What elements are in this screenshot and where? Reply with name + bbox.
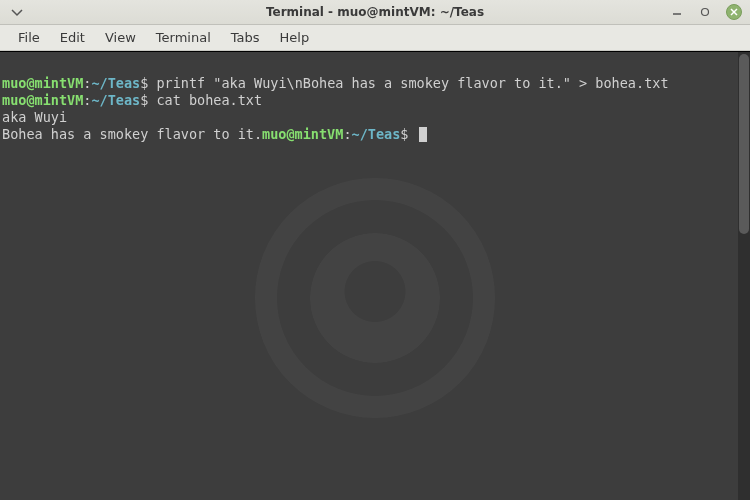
command-text: cat bohea.txt: [156, 92, 262, 108]
close-button[interactable]: [726, 4, 742, 20]
menu-tabs[interactable]: Tabs: [221, 26, 270, 49]
term-line-1: muo@mintVM:~/Teas$ printf "aka Wuyi\nBoh…: [2, 75, 669, 91]
cursor: [419, 127, 427, 142]
prompt-path: ~/Teas: [91, 75, 140, 91]
prompt-symbol: $: [140, 92, 156, 108]
menu-view[interactable]: View: [95, 26, 146, 49]
maximize-button[interactable]: [698, 5, 712, 19]
svg-point-1: [702, 9, 709, 16]
terminal-viewport[interactable]: muo@mintVM:~/Teas$ printf "aka Wuyi\nBoh…: [0, 51, 750, 500]
term-line-4: Bohea has a smokey flavor to it.muo@mint…: [2, 126, 427, 142]
command-text: printf "aka Wuyi\nBohea has a smokey fla…: [156, 75, 668, 91]
titlebar[interactable]: Terminal - muo@mintVM: ~/Teas: [0, 0, 750, 25]
terminal-window: Terminal - muo@mintVM: ~/Teas File Edit …: [0, 0, 750, 500]
prompt-user: muo@mintVM: [2, 92, 83, 108]
menu-file[interactable]: File: [8, 26, 50, 49]
prompt-symbol: $: [400, 126, 416, 142]
mint-logo-watermark: [255, 178, 495, 418]
window-title: Terminal - muo@mintVM: ~/Teas: [266, 5, 484, 19]
prompt-symbol: $: [140, 75, 156, 91]
menu-edit[interactable]: Edit: [50, 26, 95, 49]
term-line-2: muo@mintVM:~/Teas$ cat bohea.txt: [2, 92, 262, 108]
output-line: aka Wuyi: [2, 109, 67, 125]
menu-help[interactable]: Help: [270, 26, 320, 49]
prompt-path: ~/Teas: [352, 126, 401, 142]
menu-terminal[interactable]: Terminal: [146, 26, 221, 49]
prompt-colon: :: [343, 126, 351, 142]
window-menu-icon[interactable]: [8, 7, 26, 17]
prompt-path: ~/Teas: [91, 92, 140, 108]
scrollbar-thumb[interactable]: [739, 54, 749, 234]
terminal-content[interactable]: muo@mintVM:~/Teas$ printf "aka Wuyi\nBoh…: [0, 58, 750, 160]
prompt-user: muo@mintVM: [2, 75, 83, 91]
output-line: Bohea has a smokey flavor to it.: [2, 126, 262, 142]
menubar: File Edit View Terminal Tabs Help: [0, 25, 750, 51]
prompt-user: muo@mintVM: [262, 126, 343, 142]
minimize-button[interactable]: [670, 5, 684, 19]
scrollbar-track[interactable]: [738, 52, 750, 500]
